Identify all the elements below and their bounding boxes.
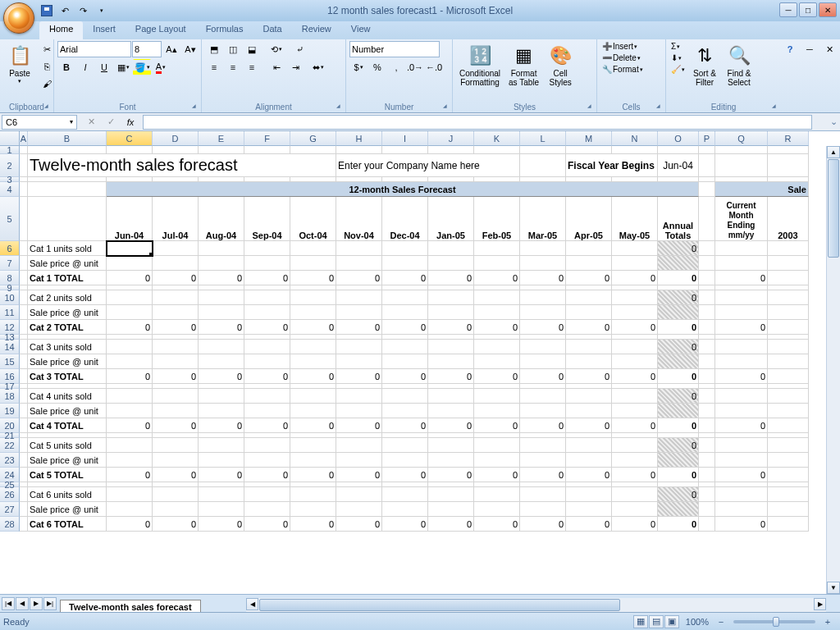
cell[interactable] xyxy=(428,453,474,468)
vertical-scrollbar[interactable]: ▲ ▼ xyxy=(826,146,840,594)
cell[interactable] xyxy=(768,354,809,369)
cell[interactable] xyxy=(699,389,715,404)
cell[interactable] xyxy=(699,487,715,502)
decrease-decimal-button[interactable]: ←.0 xyxy=(425,59,443,75)
cell[interactable]: 0 xyxy=(199,271,244,285)
cell[interactable]: Cat 6 units sold xyxy=(28,487,107,502)
spreadsheet-grid[interactable]: ABCDEFGHIJKLMNOPQR 123456789101112131415… xyxy=(0,131,840,594)
cell[interactable]: 0 xyxy=(658,290,699,305)
cell[interactable]: 0 xyxy=(658,340,699,354)
cell[interactable] xyxy=(244,354,290,369)
column-header[interactable]: K xyxy=(474,131,520,146)
qat-customize[interactable] xyxy=(94,3,108,18)
cell[interactable]: 0 xyxy=(153,418,199,433)
cell[interactable]: Cat 1 units sold xyxy=(28,241,107,256)
cell[interactable] xyxy=(290,290,336,305)
cell[interactable] xyxy=(658,146,699,154)
cell[interactable] xyxy=(20,305,28,320)
column-header[interactable]: E xyxy=(199,131,244,146)
cell[interactable] xyxy=(428,502,474,517)
cell[interactable] xyxy=(768,154,809,177)
cell[interactable] xyxy=(382,305,428,320)
row-header[interactable]: 5 xyxy=(0,197,20,241)
cell[interactable] xyxy=(428,354,474,369)
cell[interactable]: Cat 4 TOTAL xyxy=(28,418,107,433)
cell[interactable] xyxy=(107,290,153,305)
cell[interactable] xyxy=(520,502,566,517)
cell[interactable]: Jun-04 xyxy=(107,197,153,241)
grow-font-button[interactable]: A▴ xyxy=(162,41,180,57)
cell[interactable] xyxy=(768,271,809,285)
cell[interactable]: 0 xyxy=(658,487,699,502)
cell[interactable] xyxy=(382,453,428,468)
cell[interactable] xyxy=(699,354,715,369)
cell[interactable] xyxy=(28,182,107,197)
cell[interactable] xyxy=(428,487,474,502)
cell[interactable]: 0 xyxy=(336,271,382,285)
cell[interactable]: Jan-05 xyxy=(428,197,474,241)
cell[interactable]: 0 xyxy=(612,468,658,482)
cell[interactable] xyxy=(768,502,809,517)
cell[interactable]: 0 xyxy=(715,418,768,433)
cell[interactable] xyxy=(474,389,520,404)
cell[interactable] xyxy=(699,369,715,384)
cell[interactable] xyxy=(244,305,290,320)
cell[interactable]: 0 xyxy=(290,517,336,532)
cell[interactable] xyxy=(658,256,699,271)
cell[interactable] xyxy=(520,256,566,271)
cell[interactable] xyxy=(658,354,699,369)
cell[interactable] xyxy=(153,290,199,305)
cell[interactable] xyxy=(566,256,612,271)
cell[interactable] xyxy=(107,305,153,320)
cell[interactable] xyxy=(336,241,382,256)
cell[interactable]: 0 xyxy=(153,320,199,335)
save-button[interactable] xyxy=(39,3,54,18)
cell[interactable] xyxy=(290,146,336,154)
undo-button[interactable]: ↶ xyxy=(57,3,72,18)
cell[interactable] xyxy=(658,453,699,468)
cell[interactable] xyxy=(474,305,520,320)
cell[interactable] xyxy=(699,517,715,532)
cell[interactable]: Aug-04 xyxy=(199,197,244,241)
cell[interactable] xyxy=(199,340,244,354)
scroll-left-button[interactable]: ◀ xyxy=(246,598,258,610)
cell[interactable]: 0 xyxy=(244,517,290,532)
cell[interactable] xyxy=(107,241,153,256)
cell[interactable]: 0 xyxy=(336,320,382,335)
cell[interactable] xyxy=(520,404,566,418)
conditional-formatting-button[interactable]: 🔢 Conditional Formatting xyxy=(456,41,504,89)
autosum-button[interactable]: Σ▾ xyxy=(669,41,687,52)
column-header[interactable]: R xyxy=(768,131,809,146)
cell[interactable] xyxy=(715,389,768,404)
cell[interactable] xyxy=(715,241,768,256)
cell[interactable] xyxy=(20,146,28,154)
copy-button[interactable]: ⎘ xyxy=(38,58,56,75)
cell[interactable] xyxy=(566,389,612,404)
cell[interactable]: 0 xyxy=(658,369,699,384)
cell[interactable] xyxy=(199,256,244,271)
cell[interactable]: 0 xyxy=(244,418,290,433)
cell[interactable] xyxy=(336,404,382,418)
cell[interactable] xyxy=(612,146,658,154)
cell[interactable] xyxy=(658,404,699,418)
cell[interactable]: Fiscal Year Begins xyxy=(566,154,658,177)
cell[interactable] xyxy=(20,369,28,384)
cell[interactable] xyxy=(20,340,28,354)
cell[interactable] xyxy=(20,487,28,502)
cell[interactable]: 0 xyxy=(474,271,520,285)
cell[interactable]: Dec-04 xyxy=(382,197,428,241)
cell[interactable]: Twelve-month sales forecast xyxy=(28,154,336,177)
cell[interactable]: 0 xyxy=(336,418,382,433)
tab-review[interactable]: Review xyxy=(292,21,341,39)
cell[interactable]: Enter your Company Name here xyxy=(336,154,520,177)
zoom-slider[interactable] xyxy=(733,620,815,623)
cell[interactable]: Cat 6 TOTAL xyxy=(28,517,107,532)
cell[interactable]: Current Month Ending mm/yy xyxy=(715,197,768,241)
cell[interactable]: 0 xyxy=(474,320,520,335)
row-header[interactable]: 14 xyxy=(0,340,20,354)
cell[interactable] xyxy=(428,241,474,256)
fill-button[interactable]: ⬇▾ xyxy=(669,52,687,63)
cell[interactable]: 0 xyxy=(153,517,199,532)
cell[interactable] xyxy=(153,453,199,468)
cell[interactable] xyxy=(107,256,153,271)
